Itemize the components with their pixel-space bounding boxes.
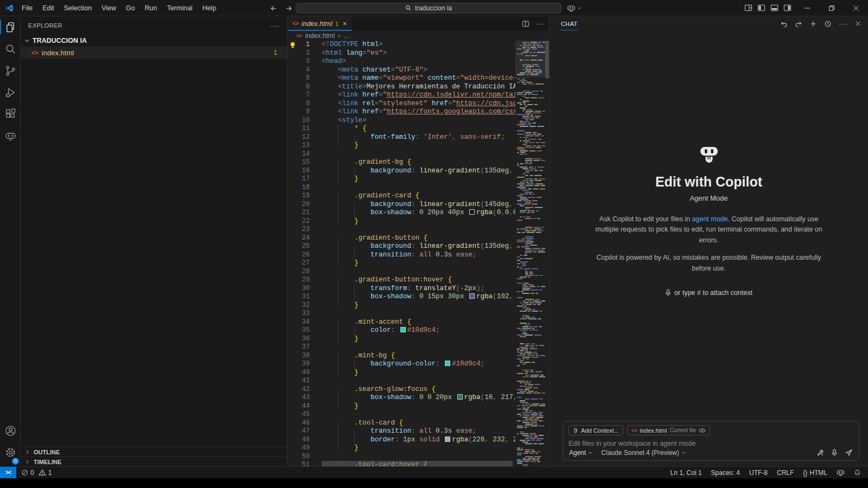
- code-line[interactable]: 14: [288, 150, 515, 159]
- code-line[interactable]: 15 .gradient-bg {: [288, 158, 515, 167]
- minimap-slider[interactable]: [515, 41, 549, 78]
- code-line[interactable]: 8 <link rel="stylesheet" href="https://c…: [288, 100, 515, 108]
- problems-status[interactable]: 0 1: [21, 469, 52, 477]
- code-line[interactable]: 33: [288, 310, 515, 318]
- code-line[interactable]: 13 }: [288, 142, 515, 150]
- run-and-debug-icon[interactable]: [0, 81, 21, 103]
- code-line[interactable]: 36 }: [288, 335, 515, 344]
- agent-mode-link[interactable]: agent mode: [692, 215, 728, 223]
- code-line[interactable]: 35 color: #10d9c4;: [288, 326, 515, 335]
- toggle-primary-sidebar-icon[interactable]: [757, 4, 765, 12]
- mic-icon[interactable]: [831, 449, 838, 457]
- close-chat-icon[interactable]: [854, 20, 861, 27]
- code-line[interactable]: 48 border: 1px solid rgba(226, 232, 240,…: [288, 436, 515, 445]
- code-line[interactable]: 24 .gradient-button {: [288, 234, 515, 243]
- chat-more-actions-icon[interactable]: ···: [839, 20, 847, 28]
- split-editor-icon[interactable]: [522, 20, 529, 28]
- file-row-index-html[interactable]: <> index.html 1: [21, 47, 287, 59]
- new-chat-icon[interactable]: [809, 20, 817, 28]
- folder-row-traduccion-ia[interactable]: TRADUCCION IA: [21, 35, 287, 47]
- send-icon[interactable]: [845, 448, 853, 457]
- breadcrumb-file[interactable]: index.html: [305, 32, 335, 40]
- code-line[interactable]: 34 .mint-accent {: [288, 318, 515, 327]
- toggle-panel-icon[interactable]: [770, 4, 778, 12]
- code-line[interactable]: 21 box-shadow: 0 20px 40px rgba(0,0,0,0.…: [288, 209, 515, 217]
- code-line[interactable]: 12 font-family: 'Inter', sans-serif;: [288, 133, 515, 142]
- menu-item-view[interactable]: View: [97, 2, 121, 14]
- add-context-button[interactable]: Add Context...: [569, 425, 623, 435]
- explorer-more-actions-icon[interactable]: ···: [271, 22, 279, 30]
- code-line[interactable]: 17 }: [288, 175, 515, 184]
- code-line[interactable]: 49 }: [288, 444, 515, 453]
- code-line[interactable]: 10 <style>: [288, 117, 515, 125]
- code-line[interactable]: 2<html lang="es">: [288, 49, 515, 58]
- account-icon[interactable]: [0, 420, 21, 441]
- code-line[interactable]: 46 .tool-card {: [288, 419, 515, 428]
- explorer-files-icon[interactable]: [0, 16, 21, 38]
- menu-item-selection[interactable]: Selection: [59, 2, 97, 14]
- code-line[interactable]: 27 }: [288, 259, 515, 268]
- language-mode[interactable]: {}HTML: [803, 469, 827, 477]
- code-line[interactable]: 37: [288, 343, 515, 352]
- chat-input-placeholder[interactable]: Edit files in your workspace in agent mo…: [569, 440, 853, 447]
- menu-item-terminal[interactable]: Terminal: [162, 2, 197, 14]
- code-line[interactable]: 20 background: linear-gradient(145deg, #…: [288, 201, 515, 209]
- tab-close-icon[interactable]: ×: [343, 20, 347, 27]
- current-file-chip[interactable]: <> index.html Current file: [627, 425, 711, 435]
- undo-icon[interactable]: [780, 20, 788, 28]
- code-line[interactable]: 40 }: [288, 369, 515, 377]
- cursor-position[interactable]: Ln 1, Col 1: [671, 469, 702, 477]
- code-line[interactable]: 4 <meta charset="UTF-8">: [288, 66, 515, 75]
- code-line[interactable]: 9 <link href="https://fonts.googleapis.c…: [288, 108, 515, 117]
- copilot-status-icon[interactable]: [837, 468, 845, 477]
- code-line[interactable]: 22 }: [288, 217, 515, 226]
- code-line[interactable]: 28: [288, 268, 515, 277]
- model-picker[interactable]: Claude Sonnet 4 (Preview): [601, 449, 685, 457]
- chat-input-box[interactable]: Add Context... <> index.html Current fil…: [563, 421, 859, 461]
- code-line[interactable]: 44 }: [288, 402, 515, 411]
- mode-picker[interactable]: Agent: [569, 449, 592, 457]
- indentation[interactable]: Spaces: 4: [711, 469, 740, 477]
- editor-vertical-scrollbar[interactable]: [545, 41, 549, 466]
- code-line[interactable]: 31 box-shadow: 0 15px 30px rgba(102, 126…: [288, 293, 515, 301]
- code-line[interactable]: 7 <link href="https://cdn.jsdelivr.net/n…: [288, 91, 515, 100]
- redo-icon[interactable]: [795, 20, 802, 28]
- source-control-icon[interactable]: [0, 60, 21, 81]
- eol-sequence[interactable]: CRLF: [777, 469, 794, 477]
- copilot-titlebar-button[interactable]: [567, 4, 582, 12]
- menu-item-go[interactable]: Go: [121, 2, 140, 14]
- command-center-search[interactable]: traduccion ia: [296, 3, 561, 14]
- code-line[interactable]: 18: [288, 184, 515, 192]
- remote-indicator[interactable]: ><: [0, 467, 16, 478]
- menu-item-edit[interactable]: Edit: [37, 2, 59, 14]
- customize-layout-icon[interactable]: [744, 4, 752, 12]
- code-line[interactable]: 32 }: [288, 301, 515, 310]
- restore-button[interactable]: [819, 0, 844, 16]
- history-icon[interactable]: [824, 20, 832, 28]
- code-area[interactable]: 1<!DOCTYPE html>2<html lang="es">3<head>…: [288, 41, 515, 466]
- menu-item-help[interactable]: Help: [197, 2, 221, 14]
- editor-more-actions-icon[interactable]: ···: [535, 20, 544, 28]
- minimize-button[interactable]: [795, 0, 819, 16]
- close-window-button[interactable]: [844, 0, 868, 16]
- code-line[interactable]: 47 transition: all 0.3s ease;: [288, 427, 515, 436]
- menu-item-file[interactable]: File: [17, 2, 37, 14]
- code-line[interactable]: 45: [288, 410, 515, 419]
- forward-arrow-icon[interactable]: [285, 4, 293, 12]
- scrollbar-thumb[interactable]: [545, 41, 549, 79]
- copilot-chat-icon[interactable]: [0, 125, 21, 146]
- tools-icon[interactable]: [816, 449, 824, 457]
- code-line[interactable]: 50: [288, 453, 515, 461]
- encoding[interactable]: UTF-8: [749, 469, 768, 477]
- extensions-icon[interactable]: [0, 103, 21, 125]
- chat-tab[interactable]: CHAT: [560, 17, 578, 30]
- breadcrumb-more[interactable]: ...: [343, 32, 349, 40]
- settings-gear-icon[interactable]: [0, 441, 21, 463]
- eye-icon[interactable]: [699, 428, 706, 433]
- timeline-section[interactable]: TIMELINE: [21, 457, 287, 466]
- code-line[interactable]: 39 background-color: #10d9c4;: [288, 360, 515, 369]
- code-line[interactable]: 6 <title>Mejores Herramientas de Traducc…: [288, 83, 515, 92]
- code-line[interactable]: 30 transform: translateY(-2px);: [288, 285, 515, 293]
- code-line[interactable]: 38 .mint-bg {: [288, 352, 515, 361]
- notifications-bell-icon[interactable]: [854, 469, 861, 476]
